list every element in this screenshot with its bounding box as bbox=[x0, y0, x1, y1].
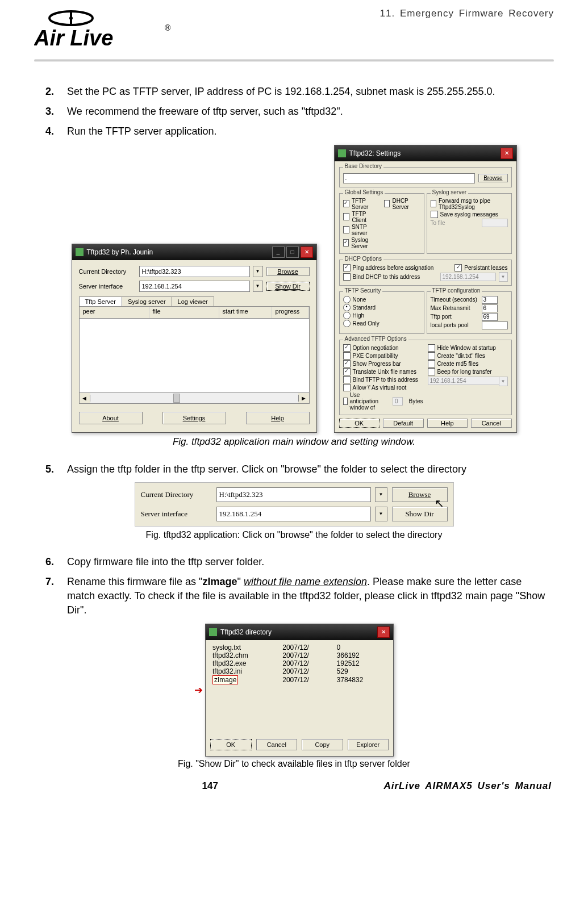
step-4-text: Run the TFTP server application. bbox=[67, 124, 548, 139]
a7-val: 0 bbox=[393, 397, 403, 406]
header-rule bbox=[34, 60, 554, 62]
col-progress[interactable]: progress bbox=[272, 307, 309, 318]
cb-dhcp[interactable] bbox=[384, 200, 390, 207]
group-adv: Advanced TFTP Options bbox=[343, 336, 408, 342]
logo: Air Live ® bbox=[34, 7, 182, 55]
label-iface: Server interface bbox=[141, 509, 212, 519]
browse-button[interactable]: Browse bbox=[266, 267, 310, 276]
r-std[interactable]: • bbox=[343, 304, 351, 311]
caption-1: Fig. tftpd32 application main window and… bbox=[34, 436, 554, 448]
hscrollbar[interactable]: ◄► bbox=[79, 393, 310, 404]
cb-tftpclient[interactable] bbox=[343, 213, 350, 220]
cb-a3[interactable]: ✓ bbox=[343, 360, 351, 367]
step-4-num: 4. bbox=[45, 124, 67, 139]
group-global: Global Settings bbox=[343, 189, 385, 195]
cb-b2[interactable] bbox=[428, 352, 435, 360]
col-peer[interactable]: peer bbox=[80, 307, 149, 318]
file-table: syslog.txt2007/12/0 tftpd32.chm2007/12/3… bbox=[210, 644, 389, 684]
curdir-field[interactable]: H:\tftpd32.323 bbox=[139, 266, 250, 277]
col-start[interactable]: start time bbox=[219, 307, 272, 318]
cb-persist[interactable]: ✓ bbox=[454, 264, 462, 271]
step-6-text: Copy firmware file into the tftp server … bbox=[67, 555, 548, 569]
group-syslog: Syslog server bbox=[431, 189, 469, 195]
tab-syslog-server[interactable]: Syslog server bbox=[122, 296, 172, 306]
cb-a2[interactable] bbox=[343, 352, 351, 360]
r-none[interactable] bbox=[343, 296, 351, 303]
step-2-text: Set the PC as TFTP server, IP address of… bbox=[67, 85, 548, 99]
titlebar: Tftpd32 directory ✕ bbox=[206, 624, 393, 640]
settings-button[interactable]: Settings bbox=[162, 412, 226, 424]
r-high[interactable] bbox=[343, 312, 351, 319]
group-security: TFTP Security bbox=[343, 287, 383, 294]
cancel-button[interactable]: Cancel bbox=[256, 739, 298, 750]
cb-syslog[interactable]: ✓ bbox=[343, 239, 349, 247]
cb-sntp[interactable] bbox=[343, 226, 349, 233]
cb-save[interactable] bbox=[431, 211, 438, 218]
titlebar: Tftpd32: Settings ✕ bbox=[335, 145, 516, 161]
cb-bind-dhcp[interactable] bbox=[343, 273, 351, 281]
r-ro[interactable] bbox=[343, 320, 351, 327]
tab-log-viewer[interactable]: Log viewer bbox=[172, 296, 214, 306]
page-number: 147 bbox=[202, 780, 218, 792]
minimize-button[interactable]: _ bbox=[272, 247, 285, 258]
cb-b4[interactable] bbox=[428, 368, 435, 375]
window-title: Tftpd32 directory bbox=[220, 628, 272, 636]
showdir-button[interactable]: Show Dir bbox=[266, 282, 310, 291]
curdir-dropdown[interactable]: ▼ bbox=[375, 487, 387, 502]
close-button[interactable]: ✕ bbox=[501, 148, 513, 159]
app-icon bbox=[338, 149, 346, 157]
port-field[interactable]: 69 bbox=[482, 313, 498, 321]
tab-tftp-server[interactable]: Tftp Server bbox=[79, 296, 122, 306]
group-basedir: Base Directory bbox=[343, 163, 384, 169]
iface-field[interactable]: 192.168.1.254 bbox=[216, 507, 371, 521]
retrans-field[interactable]: 6 bbox=[482, 304, 498, 312]
basedir-browse[interactable]: Browse bbox=[478, 174, 507, 182]
curdir-dropdown[interactable]: ▼ bbox=[253, 266, 263, 277]
table-row: tftpd32.chm2007/12/366192 bbox=[210, 651, 389, 659]
help-button[interactable]: Help bbox=[427, 419, 468, 428]
ok-button[interactable]: OK bbox=[339, 419, 380, 428]
cb-a1[interactable]: ✓ bbox=[343, 344, 351, 352]
table-row: tftpd32.exe2007/12/192512 bbox=[210, 659, 389, 667]
maximize-button[interactable]: □ bbox=[286, 247, 299, 258]
iface-dropdown[interactable]: ▼ bbox=[253, 281, 263, 292]
cb-a4[interactable]: ✓ bbox=[343, 368, 351, 375]
pool-field[interactable] bbox=[482, 321, 508, 329]
cb-b1[interactable] bbox=[428, 344, 435, 352]
cursor-icon: ↖ bbox=[435, 496, 444, 510]
cb-a7[interactable] bbox=[343, 398, 348, 405]
cb-ping[interactable]: ✓ bbox=[343, 264, 351, 271]
curdir-field[interactable]: H:\tftpd32.323 bbox=[216, 487, 371, 502]
timeout-field[interactable]: 3 bbox=[482, 296, 498, 304]
cb-a6[interactable] bbox=[343, 384, 351, 391]
cb-tftpserver[interactable]: ✓ bbox=[343, 200, 349, 207]
window-title: Tftpd32 by Ph. Jounin bbox=[87, 248, 153, 256]
bind-ip: 192.168.1.254 bbox=[428, 377, 499, 385]
ok-button[interactable]: OK bbox=[210, 739, 252, 750]
tofile-field bbox=[482, 219, 508, 227]
step-3-text: We recommend the freeware of tftp server… bbox=[67, 105, 548, 119]
step-2-num: 2. bbox=[45, 85, 67, 99]
close-button[interactable]: ✕ bbox=[301, 247, 313, 258]
table-row: syslog.txt2007/12/0 bbox=[210, 644, 389, 651]
chapter-title: 11. Emergency Firmware Recovery bbox=[380, 7, 554, 19]
copy-button[interactable]: Copy bbox=[302, 739, 343, 750]
explorer-button[interactable]: Explorer bbox=[348, 739, 389, 750]
titlebar: Tftpd32 by Ph. Jounin _ □ ✕ bbox=[72, 244, 316, 260]
iface-dropdown[interactable]: ▼ bbox=[375, 507, 387, 521]
step-5-num: 5. bbox=[45, 462, 67, 477]
default-button[interactable]: Default bbox=[383, 419, 424, 428]
step-7-text: Rename this firmware file as "zImage" wi… bbox=[67, 575, 548, 618]
about-button[interactable]: About bbox=[79, 412, 143, 424]
cancel-button[interactable]: Cancel bbox=[471, 419, 512, 428]
cb-a5[interactable] bbox=[343, 376, 351, 383]
cb-b3[interactable] bbox=[428, 360, 435, 367]
table-row: zImage2007/12/3784832 bbox=[210, 675, 389, 684]
cb-fwd[interactable] bbox=[431, 200, 436, 207]
iface-field[interactable]: 192.168.1.254 bbox=[139, 281, 250, 292]
col-file[interactable]: file bbox=[149, 307, 219, 318]
close-button[interactable]: ✕ bbox=[377, 626, 390, 638]
basedir-field[interactable]: . bbox=[343, 173, 476, 183]
help-button[interactable]: Help bbox=[246, 412, 310, 424]
app-icon bbox=[76, 248, 84, 256]
